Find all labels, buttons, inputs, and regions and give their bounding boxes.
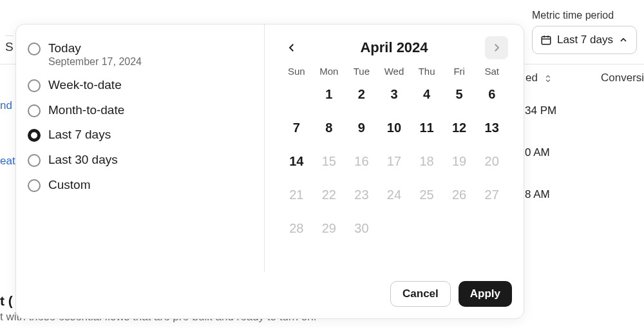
table-cell: 0 AM [525, 146, 550, 159]
calendar-day[interactable]: 22 [313, 184, 346, 206]
calendar-day[interactable]: 1 [313, 83, 346, 105]
preset-option-label: Week-to-date [48, 78, 122, 93]
calendar-blank [280, 83, 313, 105]
column-header-edited-text: ed [526, 72, 538, 84]
calendar-day[interactable]: 2 [345, 83, 378, 105]
calendar-day[interactable]: 21 [280, 184, 313, 206]
calendar-day[interactable]: 15 [313, 150, 346, 172]
calendar-day[interactable]: 24 [378, 184, 411, 206]
radio-icon [28, 129, 41, 142]
calendar-day[interactable]: 17 [378, 150, 411, 172]
preset-option[interactable]: Last 30 days [28, 148, 252, 173]
dropdown-label: Last 7 days [557, 34, 613, 46]
table-cell: 8 AM [525, 188, 550, 201]
chevron-up-icon [618, 35, 629, 45]
calendar-next-month[interactable] [485, 36, 508, 59]
calendar-day[interactable]: 8 [313, 117, 346, 139]
preset-option-label: Custom [48, 178, 90, 193]
preset-option[interactable]: Custom [28, 173, 252, 198]
weekday-label: Thu [410, 66, 443, 77]
sort-icon [544, 73, 553, 84]
svg-rect-0 [542, 37, 551, 44]
weekday-label: Sun [280, 66, 313, 77]
calendar-day[interactable]: 25 [410, 184, 443, 206]
radio-icon [28, 43, 41, 55]
preset-option-label: Month-to-date [48, 103, 124, 118]
weekday-label: Tue [345, 66, 378, 77]
calendar-month-title: April 2024 [360, 39, 428, 56]
calendar-day[interactable]: 7 [280, 117, 313, 139]
calendar-day[interactable]: 30 [345, 217, 378, 239]
calendar-day[interactable]: 10 [378, 117, 411, 139]
column-header-conversions[interactable]: Conversi [601, 72, 644, 84]
weekday-label: Mon [313, 66, 346, 77]
calendar-day[interactable]: 5 [443, 83, 476, 105]
preset-option-label: Today [48, 41, 142, 56]
calendar-day[interactable]: 18 [410, 150, 443, 172]
radio-icon [28, 104, 41, 117]
calendar-day[interactable]: 12 [443, 117, 476, 139]
calendar-weekday-row: SunMonTueWedThuFriSat [280, 66, 508, 77]
calendar-day[interactable]: 26 [443, 184, 476, 206]
radio-icon [28, 154, 41, 167]
calendar-days-grid: 1234567891011121314151617181920212223242… [280, 83, 508, 239]
calendar-day[interactable]: 9 [345, 117, 378, 139]
link-fragment: nd [0, 99, 12, 112]
table-cell: 34 PM [525, 104, 556, 117]
metric-time-period-label: Metric time period [532, 10, 614, 21]
cancel-button[interactable]: Cancel [390, 281, 451, 307]
metric-time-period-dropdown[interactable]: Last 7 days [532, 26, 637, 54]
calendar-day[interactable]: 19 [443, 150, 476, 172]
preset-option-sublabel: September 17, 2024 [48, 56, 142, 68]
calendar-day[interactable]: 13 [475, 117, 508, 139]
calendar-day[interactable]: 28 [280, 217, 313, 239]
preset-option-label: Last 30 days [48, 153, 118, 168]
column-header-edited[interactable]: ed [526, 72, 553, 84]
calendar-icon [540, 34, 552, 46]
preset-option-label: Last 7 days [48, 128, 111, 142]
apply-button[interactable]: Apply [459, 281, 512, 307]
calendar-day[interactable]: 3 [378, 83, 411, 105]
calendar-day[interactable]: 11 [410, 117, 443, 139]
promo-title-fragment: t ( [0, 293, 13, 309]
search-fragment: S [5, 35, 14, 54]
link-fragment: eat [0, 155, 15, 168]
radio-icon [28, 179, 41, 192]
calendar-day[interactable]: 16 [345, 150, 378, 172]
calendar-day[interactable]: 27 [475, 184, 508, 206]
calendar-day[interactable]: 20 [475, 150, 508, 172]
calendar-day[interactable]: 6 [475, 83, 508, 105]
picker-footer: Cancel Apply [16, 272, 524, 318]
preset-option[interactable]: Week-to-date [28, 73, 252, 98]
calendar-day[interactable]: 29 [313, 217, 346, 239]
calendar-day[interactable]: 23 [345, 184, 378, 206]
calendar-panel: April 2024 SunMonTueWedThuFriSat 1234567… [265, 24, 524, 272]
weekday-label: Sat [475, 66, 508, 77]
weekday-label: Wed [378, 66, 411, 77]
preset-option[interactable]: TodaySeptember 17, 2024 [28, 36, 252, 73]
preset-option[interactable]: Month-to-date [28, 98, 252, 123]
calendar-prev-month[interactable] [280, 36, 303, 59]
weekday-label: Fri [443, 66, 476, 77]
radio-icon [28, 79, 41, 92]
calendar-day[interactable]: 4 [410, 83, 443, 105]
preset-option[interactable]: Last 7 days [28, 122, 252, 148]
calendar-day[interactable]: 14 [280, 150, 313, 172]
date-range-picker: TodaySeptember 17, 2024Week-to-dateMonth… [15, 24, 524, 319]
preset-range-list: TodaySeptember 17, 2024Week-to-dateMonth… [16, 24, 265, 272]
